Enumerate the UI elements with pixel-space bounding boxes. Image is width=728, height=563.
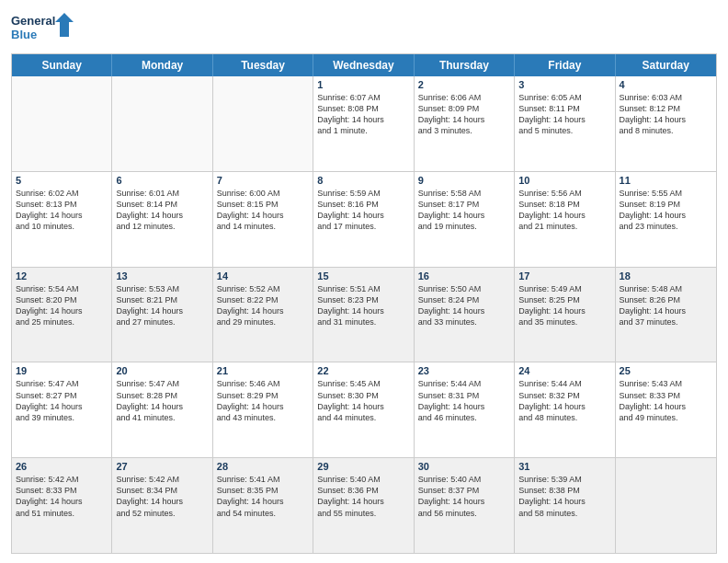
- cell-line: Daylight: 14 hours: [518, 496, 610, 507]
- day-number: 8: [317, 175, 409, 186]
- calendar-cell: 29Sunrise: 5:40 AMSunset: 8:36 PMDayligh…: [313, 458, 414, 553]
- cell-line: Sunrise: 6:01 AM: [116, 188, 208, 199]
- cell-line: and 37 minutes.: [620, 316, 712, 327]
- cell-line: and 41 minutes.: [116, 412, 208, 423]
- calendar-header-cell: Sunday: [12, 54, 112, 76]
- calendar-header-cell: Friday: [515, 54, 615, 76]
- day-number: 20: [116, 365, 208, 376]
- cell-line: Sunrise: 5:47 AM: [16, 378, 108, 389]
- calendar-header-cell: Tuesday: [213, 54, 313, 76]
- cell-line: and 27 minutes.: [116, 316, 208, 327]
- calendar-cell: [12, 76, 112, 171]
- cell-line: Sunrise: 5:46 AM: [217, 378, 309, 389]
- cell-line: Sunset: 8:09 PM: [418, 103, 510, 114]
- day-number: 27: [116, 461, 208, 472]
- calendar-cell: 26Sunrise: 5:42 AMSunset: 8:33 PMDayligh…: [12, 458, 112, 553]
- calendar-header-cell: Thursday: [415, 54, 515, 76]
- cell-line: Daylight: 14 hours: [16, 210, 108, 221]
- cell-line: Sunset: 8:27 PM: [16, 390, 108, 401]
- day-number: 29: [317, 461, 409, 472]
- calendar-cell: [213, 76, 313, 171]
- day-number: 11: [620, 175, 712, 186]
- cell-line: Sunrise: 5:41 AM: [217, 474, 309, 485]
- calendar-cell: 19Sunrise: 5:47 AMSunset: 8:27 PMDayligh…: [12, 362, 112, 457]
- day-number: 13: [116, 270, 208, 282]
- cell-line: Sunrise: 5:44 AM: [518, 378, 610, 389]
- calendar-cell: 21Sunrise: 5:46 AMSunset: 8:29 PMDayligh…: [213, 362, 313, 457]
- cell-line: and 23 minutes.: [620, 221, 712, 232]
- cell-line: Sunrise: 5:49 AM: [518, 283, 610, 294]
- calendar-cell: [112, 76, 212, 171]
- day-number: 14: [217, 270, 309, 282]
- calendar-cell: 11Sunrise: 5:55 AMSunset: 8:19 PMDayligh…: [616, 172, 716, 267]
- calendar-cell: 20Sunrise: 5:47 AMSunset: 8:28 PMDayligh…: [112, 362, 212, 457]
- cell-line: and 12 minutes.: [116, 221, 208, 232]
- cell-line: Sunrise: 5:53 AM: [116, 283, 208, 294]
- cell-line: Sunrise: 5:59 AM: [317, 188, 409, 199]
- cell-line: Daylight: 14 hours: [217, 210, 309, 221]
- calendar-cell: 1Sunrise: 6:07 AMSunset: 8:08 PMDaylight…: [313, 76, 414, 171]
- header: General Blue: [11, 9, 717, 46]
- logo: General Blue: [11, 9, 75, 46]
- cell-line: Sunset: 8:34 PM: [116, 485, 208, 496]
- logo-svg: General Blue: [11, 9, 75, 46]
- calendar-header-cell: Monday: [112, 54, 212, 76]
- calendar-cell: 28Sunrise: 5:41 AMSunset: 8:35 PMDayligh…: [213, 458, 313, 553]
- cell-line: Sunset: 8:25 PM: [518, 294, 610, 305]
- cell-line: Sunrise: 5:44 AM: [418, 378, 510, 389]
- day-number: 18: [620, 270, 712, 282]
- cell-line: Daylight: 14 hours: [217, 496, 309, 507]
- day-number: 9: [418, 175, 510, 186]
- svg-text:Blue: Blue: [11, 28, 37, 41]
- day-number: 31: [518, 461, 610, 472]
- calendar-header-cell: Wednesday: [313, 54, 414, 76]
- cell-line: Sunset: 8:31 PM: [418, 390, 510, 401]
- calendar-header: SundayMondayTuesdayWednesdayThursdayFrid…: [12, 54, 716, 76]
- calendar-row: 12Sunrise: 5:54 AMSunset: 8:20 PMDayligh…: [12, 268, 716, 363]
- day-number: 25: [620, 365, 712, 376]
- cell-line: Sunset: 8:33 PM: [16, 485, 108, 496]
- cell-line: Daylight: 14 hours: [16, 401, 108, 412]
- day-number: 24: [518, 365, 610, 376]
- cell-line: Sunset: 8:17 PM: [418, 199, 510, 210]
- calendar-cell: 18Sunrise: 5:48 AMSunset: 8:26 PMDayligh…: [616, 268, 716, 362]
- cell-line: Sunrise: 5:40 AM: [418, 474, 510, 485]
- cell-line: and 35 minutes.: [518, 316, 610, 327]
- cell-line: Daylight: 14 hours: [418, 210, 510, 221]
- cell-line: and 54 minutes.: [217, 508, 309, 519]
- day-number: 22: [317, 365, 409, 376]
- calendar-row: 26Sunrise: 5:42 AMSunset: 8:33 PMDayligh…: [12, 458, 716, 553]
- cell-line: and 44 minutes.: [317, 412, 409, 423]
- cell-line: Sunset: 8:14 PM: [116, 199, 208, 210]
- cell-line: Sunrise: 5:42 AM: [116, 474, 208, 485]
- cell-line: Sunrise: 5:47 AM: [116, 378, 208, 389]
- cell-line: Sunset: 8:15 PM: [217, 199, 309, 210]
- day-number: 30: [418, 461, 510, 472]
- cell-line: and 19 minutes.: [418, 221, 510, 232]
- cell-line: Sunset: 8:35 PM: [217, 485, 309, 496]
- day-number: 23: [418, 365, 510, 376]
- calendar-cell: 15Sunrise: 5:51 AMSunset: 8:23 PMDayligh…: [313, 268, 414, 362]
- cell-line: and 33 minutes.: [418, 316, 510, 327]
- calendar-cell: 22Sunrise: 5:45 AMSunset: 8:30 PMDayligh…: [313, 362, 414, 457]
- cell-line: Sunrise: 6:06 AM: [418, 92, 510, 103]
- cell-line: and 17 minutes.: [317, 221, 409, 232]
- cell-line: Sunrise: 6:03 AM: [620, 92, 712, 103]
- cell-line: Daylight: 14 hours: [518, 114, 610, 125]
- day-number: 4: [620, 79, 712, 90]
- calendar-cell: 6Sunrise: 6:01 AMSunset: 8:14 PMDaylight…: [112, 172, 212, 267]
- cell-line: Sunset: 8:30 PM: [317, 390, 409, 401]
- cell-line: Daylight: 14 hours: [620, 305, 712, 316]
- cell-line: Sunrise: 6:07 AM: [317, 92, 409, 103]
- day-number: 7: [217, 175, 309, 186]
- page: General Blue SundayMondayTuesdayWednesda…: [0, 0, 728, 563]
- cell-line: Daylight: 14 hours: [116, 210, 208, 221]
- cell-line: and 10 minutes.: [16, 221, 108, 232]
- cell-line: Sunrise: 5:42 AM: [16, 474, 108, 485]
- svg-text:General: General: [11, 14, 55, 28]
- cell-line: Daylight: 14 hours: [116, 496, 208, 507]
- cell-line: Daylight: 14 hours: [418, 114, 510, 125]
- cell-line: Sunrise: 6:02 AM: [16, 188, 108, 199]
- cell-line: Sunset: 8:21 PM: [116, 294, 208, 305]
- day-number: 19: [16, 365, 108, 376]
